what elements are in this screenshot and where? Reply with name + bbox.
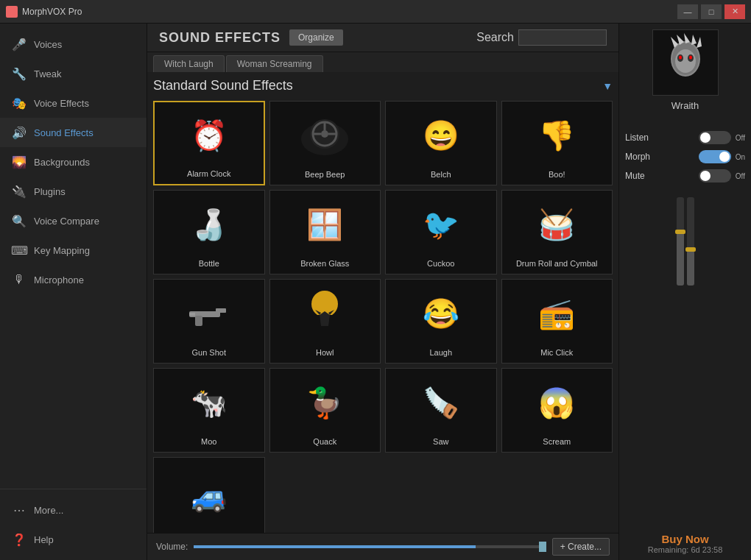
voice-effects-icon: 🎭 bbox=[12, 96, 27, 110]
sfx-item-belch[interactable]: 😄 Belch bbox=[385, 101, 497, 185]
sfx-item-gun-shot[interactable]: Gun Shot bbox=[153, 279, 265, 364]
sfx-item-scream[interactable]: 😱 Scream bbox=[501, 368, 613, 453]
maximize-button[interactable]: □ bbox=[701, 4, 722, 19]
sfx-item-saw[interactable]: 🪚 Saw bbox=[385, 368, 497, 453]
svg-point-3 bbox=[321, 130, 328, 138]
sidebar-item-help[interactable]: ❓ Help bbox=[0, 525, 147, 554]
create-button[interactable]: + Create... bbox=[552, 538, 610, 556]
sfx-item-alarm-clock[interactable]: ⏰ Alarm Clock bbox=[153, 101, 265, 185]
right-panel: Wraith Listen Off Morph On bbox=[618, 24, 751, 560]
sidebar-item-voice-effects[interactable]: 🎭 Voice Effects bbox=[0, 88, 147, 118]
minimize-button[interactable]: — bbox=[677, 4, 698, 19]
sfx-label: Broken Glass bbox=[297, 258, 352, 269]
sfx-item-car[interactable]: 🚙 bbox=[153, 457, 265, 533]
sfx-label: Laugh bbox=[426, 347, 455, 358]
morph-toggle-thumb bbox=[719, 152, 730, 162]
morph-state: On bbox=[736, 153, 745, 161]
sfx-scroll-inner[interactable]: Standard Sound Effects ▼ ⏰ Alarm Clock bbox=[147, 72, 618, 533]
v-slider-1-thumb[interactable] bbox=[675, 230, 685, 234]
morph-label: Morph bbox=[625, 152, 650, 162]
sfx-item-moo[interactable]: 🐄 Moo bbox=[153, 368, 265, 453]
sfx-item-drum-roll[interactable]: 🥁 Drum Roll and Cymbal bbox=[501, 190, 613, 274]
tab-witch-laugh[interactable]: Witch Laugh bbox=[153, 55, 225, 72]
close-button[interactable]: ✕ bbox=[724, 4, 745, 19]
saw-icon: 🪚 bbox=[386, 369, 496, 436]
search-input[interactable] bbox=[518, 29, 607, 46]
sfx-item-boo[interactable]: 👎 Boo! bbox=[501, 101, 613, 185]
sound-effects-icon: 🔊 bbox=[12, 125, 27, 140]
search-label: Search bbox=[476, 31, 514, 44]
sfx-label: Saw bbox=[430, 436, 451, 447]
sfx-item-beep-beep[interactable]: Beep Beep bbox=[269, 101, 381, 185]
volume-label: Volume: bbox=[156, 542, 188, 552]
sfx-item-cuckoo[interactable]: 🐦 Cuckoo bbox=[385, 190, 497, 274]
morph-toggle-row: Morph On bbox=[625, 150, 745, 163]
listen-toggle-thumb bbox=[700, 132, 711, 143]
sfx-item-broken-glass[interactable]: 🪟 Broken Glass bbox=[269, 190, 381, 274]
sfx-label: Beep Beep bbox=[302, 169, 348, 180]
sidebar-item-label: Voices bbox=[34, 39, 62, 50]
sfx-label: Boo! bbox=[546, 169, 568, 180]
scream-icon: 😱 bbox=[502, 369, 613, 436]
sidebar-item-sound-effects[interactable]: 🔊 Sound Effects bbox=[0, 118, 147, 147]
page-title: SOUND EFFECTS bbox=[159, 30, 281, 46]
morph-toggle[interactable] bbox=[699, 150, 731, 163]
right-sliders bbox=[677, 197, 694, 286]
v-slider-1[interactable] bbox=[677, 197, 684, 286]
voices-icon: 🎤 bbox=[12, 37, 27, 52]
section-title: Standard Sound Effects bbox=[153, 78, 293, 93]
sfx-scroll-wrap: Standard Sound Effects ▼ ⏰ Alarm Clock bbox=[147, 72, 618, 533]
beep-beep-icon bbox=[270, 102, 381, 169]
mute-toggle-thumb bbox=[700, 171, 711, 181]
v-slider-2[interactable] bbox=[687, 197, 694, 286]
tab-woman-screaming[interactable]: Woman Screaming bbox=[226, 55, 323, 72]
sfx-label: Bottle bbox=[196, 258, 222, 269]
volume-slider-fill bbox=[194, 545, 476, 548]
sidebar-item-more[interactable]: ⋯ More... bbox=[0, 495, 147, 525]
organize-button[interactable]: Organize bbox=[289, 29, 343, 46]
quack-icon: 🦆 bbox=[270, 369, 381, 436]
mute-toggle[interactable] bbox=[699, 169, 731, 182]
svg-point-24 bbox=[675, 49, 696, 73]
sidebar-item-label: Tweak bbox=[34, 68, 62, 79]
listen-label: Listen bbox=[625, 132, 649, 143]
app-icon bbox=[6, 6, 18, 18]
help-icon: ❓ bbox=[12, 532, 27, 547]
sfx-item-howl[interactable]: Howl bbox=[269, 279, 381, 364]
listen-toggle[interactable] bbox=[699, 131, 731, 144]
sidebar-item-voice-compare[interactable]: 🔍 Voice Compare bbox=[0, 206, 147, 235]
svg-point-28 bbox=[689, 56, 692, 60]
v-slider-1-fill bbox=[677, 233, 684, 286]
buy-now: Buy Now Remaining: 6d 23:58 bbox=[648, 533, 723, 554]
volume-slider[interactable] bbox=[194, 545, 546, 548]
sfx-label: Belch bbox=[428, 169, 454, 180]
cuckoo-icon: 🐦 bbox=[386, 191, 496, 258]
sfx-item-mic-click[interactable]: 📻 Mic Click bbox=[501, 279, 613, 364]
tweak-icon: 🔧 bbox=[12, 66, 27, 81]
buy-now-button[interactable]: Buy Now bbox=[648, 533, 723, 545]
car-icon: 🚙 bbox=[154, 458, 264, 533]
sfx-item-laugh[interactable]: 😂 Laugh bbox=[385, 279, 497, 364]
sfx-label: Alarm Clock bbox=[184, 168, 233, 180]
sidebar-item-label: Microphone bbox=[34, 274, 84, 286]
sidebar-item-backgrounds[interactable]: 🌄 Backgrounds bbox=[0, 147, 147, 177]
sidebar-item-voices[interactable]: 🎤 Voices bbox=[0, 29, 147, 59]
search-area: Search bbox=[476, 29, 607, 46]
v-slider-2-thumb[interactable] bbox=[685, 247, 696, 252]
gun-shot-icon bbox=[154, 280, 264, 347]
sidebar-item-key-mapping[interactable]: ⌨ Key Mapping bbox=[0, 235, 147, 265]
sidebar-item-tweak[interactable]: 🔧 Tweak bbox=[0, 59, 147, 88]
content-area: SOUND EFFECTS Organize Search Witch Laug… bbox=[147, 24, 618, 560]
bottle-icon: 🍶 bbox=[154, 191, 264, 258]
sfx-label: Gun Shot bbox=[189, 347, 229, 358]
sfx-item-quack[interactable]: 🦆 Quack bbox=[269, 368, 381, 453]
sfx-item-bottle[interactable]: 🍶 Bottle bbox=[153, 190, 265, 274]
sidebar-item-label: Backgrounds bbox=[34, 157, 90, 168]
sidebar-item-plugins[interactable]: 🔌 Plugins bbox=[0, 177, 147, 206]
svg-point-27 bbox=[679, 56, 682, 60]
volume-thumb[interactable] bbox=[539, 542, 546, 552]
section-collapse-icon[interactable]: ▼ bbox=[602, 80, 613, 92]
sfx-label: Moo bbox=[198, 436, 219, 447]
plugins-icon: 🔌 bbox=[12, 184, 27, 199]
sidebar-item-microphone[interactable]: 🎙 Microphone bbox=[0, 265, 147, 294]
